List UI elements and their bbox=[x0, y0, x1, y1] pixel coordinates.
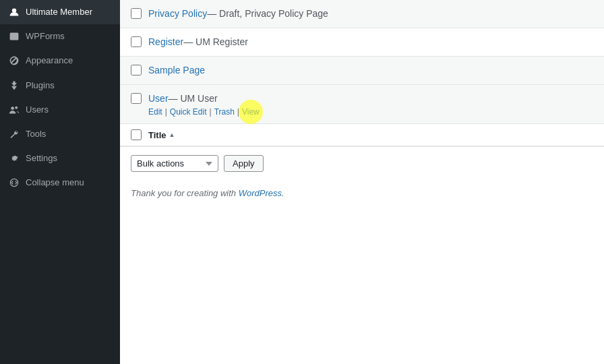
row-checkbox-user[interactable] bbox=[131, 93, 142, 104]
page-title-link-user[interactable]: User bbox=[148, 93, 169, 104]
appearance-icon bbox=[8, 55, 20, 67]
row-checkbox-sample-page[interactable] bbox=[131, 65, 142, 75]
sidebar-item-label: Settings bbox=[26, 152, 57, 164]
table-row: User— UM User Edit | Quick Edit | Trash … bbox=[120, 85, 604, 124]
title-column-header[interactable]: Title ▲ bbox=[148, 130, 175, 140]
row-content: User— UM User Edit | Quick Edit | Trash … bbox=[148, 92, 593, 117]
row-action-trash[interactable]: Trash bbox=[214, 107, 235, 117]
pages-table: Privacy Policy— Draft, Privacy Policy Pa… bbox=[120, 0, 604, 364]
svg-point-5 bbox=[15, 107, 18, 109]
separator: | bbox=[165, 107, 167, 117]
row-content: Sample Page bbox=[148, 63, 593, 78]
page-subtitle-register: — UM Register bbox=[183, 36, 248, 47]
page-subtitle-user: — UM User bbox=[169, 93, 218, 104]
footer-text-before: Thank you for creating with bbox=[131, 188, 239, 198]
svg-point-0 bbox=[12, 8, 16, 12]
view-link-container: View bbox=[242, 107, 260, 117]
title-header-row: Title ▲ bbox=[120, 124, 604, 146]
bulk-actions-bar: Bulk actions Edit Move to Trash Apply bbox=[120, 146, 604, 180]
sidebar-item-label: Plugins bbox=[26, 80, 55, 92]
users-icon bbox=[8, 104, 20, 116]
footer-text-after: . bbox=[282, 188, 284, 198]
table-row: Privacy Policy— Draft, Privacy Policy Pa… bbox=[120, 0, 604, 28]
sort-arrows-icon: ▲ bbox=[169, 132, 175, 138]
table-row: Sample Page bbox=[120, 57, 604, 85]
sidebar-item-label: Ultimate Member bbox=[26, 6, 92, 18]
sidebar-item-appearance[interactable]: Appearance bbox=[0, 49, 120, 73]
row-checkbox-privacy-policy[interactable] bbox=[131, 8, 142, 19]
sidebar-item-settings[interactable]: Settings bbox=[0, 146, 120, 171]
page-title-link-sample[interactable]: Sample Page bbox=[148, 65, 205, 75]
svg-point-4 bbox=[11, 107, 14, 110]
svg-rect-1 bbox=[10, 33, 19, 40]
separator: | bbox=[210, 107, 212, 117]
row-content: Register— UM Register bbox=[148, 35, 593, 49]
tools-icon bbox=[8, 128, 20, 140]
settings-icon bbox=[8, 152, 20, 164]
table-row: Register— UM Register bbox=[120, 28, 604, 57]
sidebar-item-label: Tools bbox=[26, 128, 46, 140]
wpforms-icon bbox=[8, 30, 20, 42]
page-subtitle-privacy: — Draft, Privacy Policy Page bbox=[207, 8, 328, 19]
sidebar-item-plugins[interactable]: Plugins bbox=[0, 73, 120, 98]
sidebar-item-label: WPForms bbox=[26, 30, 65, 42]
separator: | bbox=[237, 107, 239, 117]
sidebar-item-users[interactable]: Users bbox=[0, 98, 120, 122]
sidebar-item-label: Appearance bbox=[26, 55, 73, 67]
footer: Thank you for creating with WordPress. bbox=[120, 180, 604, 206]
row-actions: Edit | Quick Edit | Trash | View bbox=[148, 107, 593, 117]
sidebar: Ultimate Member WPForms Appearance Plugi… bbox=[0, 0, 120, 364]
main-content: Privacy Policy— Draft, Privacy Policy Pa… bbox=[120, 0, 604, 364]
bulk-actions-select[interactable]: Bulk actions Edit Move to Trash bbox=[131, 155, 218, 172]
row-checkbox-register[interactable] bbox=[131, 36, 142, 47]
sidebar-item-tools[interactable]: Tools bbox=[0, 122, 120, 146]
plugins-icon bbox=[8, 80, 20, 92]
sidebar-item-label: Collapse menu bbox=[26, 177, 84, 189]
row-action-view[interactable]: View bbox=[242, 107, 260, 117]
row-action-edit[interactable]: Edit bbox=[148, 107, 162, 117]
sidebar-item-wpforms[interactable]: WPForms bbox=[0, 24, 120, 49]
footer-wordpress-link[interactable]: WordPress bbox=[239, 188, 282, 198]
page-title-link-register[interactable]: Register bbox=[148, 36, 183, 47]
sidebar-item-ultimate-member[interactable]: Ultimate Member bbox=[0, 0, 120, 24]
collapse-icon bbox=[8, 177, 20, 189]
row-content: Privacy Policy— Draft, Privacy Policy Pa… bbox=[148, 7, 593, 21]
row-action-quick-edit[interactable]: Quick Edit bbox=[170, 107, 207, 117]
apply-button[interactable]: Apply bbox=[224, 155, 264, 172]
sidebar-item-collapse[interactable]: Collapse menu bbox=[0, 171, 120, 195]
page-title-link-privacy[interactable]: Privacy Policy bbox=[148, 8, 207, 19]
um-icon bbox=[8, 6, 20, 18]
sidebar-item-label: Users bbox=[26, 104, 49, 116]
title-col-text: Title bbox=[148, 130, 167, 140]
select-all-bottom-checkbox[interactable] bbox=[131, 129, 142, 140]
